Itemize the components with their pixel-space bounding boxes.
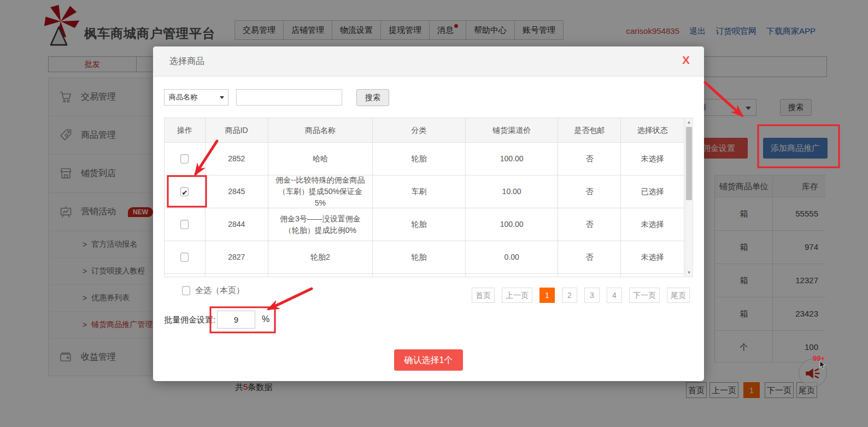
table-row: 2852 哈哈 轮胎 100.00 否 未选择 xyxy=(165,143,684,176)
batch-commission-label: 批量佣金设置: xyxy=(164,315,215,325)
product-name-cell: 哈哈 xyxy=(268,143,373,176)
column-header: 商品ID xyxy=(206,118,268,143)
status-cell: 未选择 xyxy=(621,208,684,241)
table-row-partial xyxy=(165,274,684,277)
table-row: 2844 佣金3号——没设置佣金（轮胎）提成比例0% 轮胎 100.00 否 未… xyxy=(165,208,684,241)
column-header: 商品名称 xyxy=(268,118,373,143)
select-product-modal: 选择商品 X 商品名称 搜索 操作 商品ID 商品名称 分类 铺货渠道价 是否包… xyxy=(153,46,704,381)
merchant-admin-page: 枫车商城商户管理平台 交易管理 店铺管理 物流设置 提现管理 消息 帮助中心 账… xyxy=(0,0,868,427)
product-name-cell: 轮胎2 xyxy=(268,241,373,274)
select-all-label: 全选（本页） xyxy=(195,285,244,296)
status-cell: 未选择 xyxy=(621,241,684,274)
status-cell: 已选择 xyxy=(621,176,684,208)
row-checkbox[interactable] xyxy=(180,220,189,229)
product-id-cell: 2845 xyxy=(206,176,268,208)
pager-page-3[interactable]: 3 xyxy=(584,288,600,303)
scrollbar-thumb[interactable] xyxy=(686,127,692,200)
pager-page-2[interactable]: 2 xyxy=(562,288,577,303)
mouse-cursor-icon xyxy=(819,361,826,372)
row-checkbox[interactable] xyxy=(180,253,189,262)
price-cell: 100.00 xyxy=(466,208,559,241)
free-shipping-cell: 否 xyxy=(558,241,621,274)
status-cell: 未选择 xyxy=(621,143,684,176)
pager-next[interactable]: 下一页 xyxy=(629,288,660,303)
product-name-cell: 佣金--比较特殊的佣金商品（车刷）提成50%保证金5% xyxy=(268,176,373,208)
select-all-row: 全选（本页） xyxy=(182,285,244,296)
column-header: 铺货渠道价 xyxy=(466,118,559,143)
category-cell: 轮胎 xyxy=(373,241,466,274)
pager-prev[interactable]: 上一页 xyxy=(502,288,532,303)
pager-page-4[interactable]: 4 xyxy=(607,288,622,303)
price-cell: 10.00 xyxy=(466,176,559,208)
chevron-down-icon xyxy=(220,96,224,99)
table-row: 2827 轮胎2 轮胎 0.00 否 未选择 xyxy=(165,241,684,274)
category-cell: 轮胎 xyxy=(373,143,466,176)
free-shipping-cell: 否 xyxy=(558,143,621,176)
scroll-down-icon[interactable]: ▼ xyxy=(685,270,693,275)
table-scrollbar[interactable]: ▲ ▼ xyxy=(685,118,693,277)
pager-last[interactable]: 尾页 xyxy=(667,288,690,303)
scroll-up-icon[interactable]: ▲ xyxy=(685,120,693,125)
row-checkbox[interactable] xyxy=(180,187,189,196)
price-cell: 0.00 xyxy=(466,241,559,274)
select-all-checkbox[interactable] xyxy=(182,286,190,295)
price-cell: 100.00 xyxy=(466,143,559,176)
category-cell: 车刷 xyxy=(373,176,466,208)
column-header: 分类 xyxy=(373,118,466,143)
product-id-cell: 2844 xyxy=(206,208,268,241)
table-row: 2845 佣金--比较特殊的佣金商品（车刷）提成50%保证金5% 车刷 10.0… xyxy=(165,176,684,208)
close-icon[interactable]: X xyxy=(682,54,690,67)
column-header: 操作 xyxy=(165,118,206,143)
product-table: 操作 商品ID 商品名称 分类 铺货渠道价 是否包邮 选择状态 2852 哈哈 … xyxy=(164,118,684,277)
pager-page-1[interactable]: 1 xyxy=(539,288,555,303)
free-shipping-cell: 否 xyxy=(558,176,621,208)
percent-sign: % xyxy=(262,314,269,324)
product-name-cell: 佣金3号——没设置佣金（轮胎）提成比例0% xyxy=(268,208,373,241)
modal-search-button[interactable]: 搜索 xyxy=(356,89,389,106)
search-type-select[interactable]: 商品名称 xyxy=(164,89,228,106)
product-id-cell: 2852 xyxy=(206,143,268,176)
search-input[interactable] xyxy=(236,89,342,106)
modal-title: 选择商品 xyxy=(169,56,204,67)
category-cell: 轮胎 xyxy=(373,208,466,241)
free-shipping-cell: 否 xyxy=(558,208,621,241)
table-header-row: 操作 商品ID 商品名称 分类 铺货渠道价 是否包邮 选择状态 xyxy=(165,118,684,143)
batch-commission-input[interactable] xyxy=(217,311,255,329)
column-header: 选择状态 xyxy=(621,118,684,143)
product-id-cell: 2827 xyxy=(206,241,268,274)
column-header: 是否包邮 xyxy=(558,118,621,143)
row-checkbox[interactable] xyxy=(180,154,189,163)
pager-first[interactable]: 首页 xyxy=(472,288,495,303)
modal-pagination: 首页 上一页 1 2 3 4 下一页 尾页 xyxy=(472,288,690,303)
confirm-selection-button[interactable]: 确认选择1个 xyxy=(394,349,463,371)
search-type-value: 商品名称 xyxy=(169,93,197,101)
modal-header xyxy=(153,46,704,77)
